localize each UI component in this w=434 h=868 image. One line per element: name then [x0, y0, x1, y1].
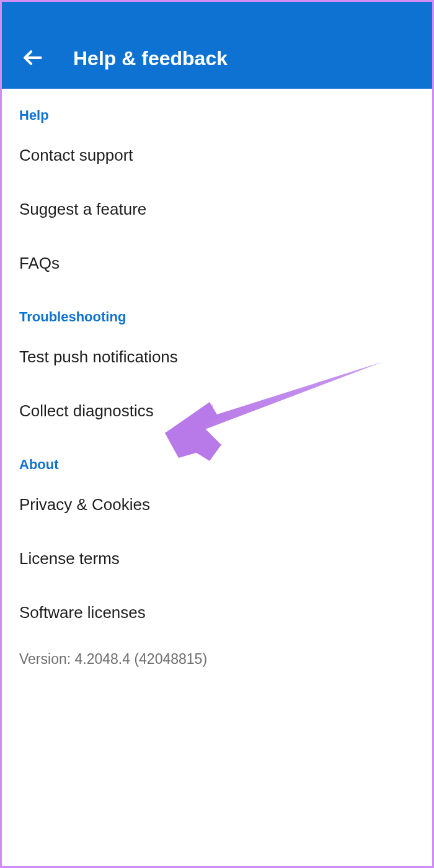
- item-faqs[interactable]: FAQs: [19, 236, 432, 290]
- back-arrow-icon[interactable]: [20, 45, 45, 70]
- section-header-troubleshooting: Troubleshooting: [19, 290, 432, 330]
- section-header-help: Help: [19, 89, 432, 128]
- item-contact-support[interactable]: Contact support: [19, 128, 432, 182]
- item-collect-diagnostics[interactable]: Collect diagnostics: [19, 384, 432, 438]
- item-test-push[interactable]: Test push notifications: [19, 330, 432, 384]
- section-header-about: About: [19, 438, 432, 478]
- app-header: Help & feedback: [2, 2, 432, 89]
- item-software-licenses[interactable]: Software licenses: [19, 586, 432, 640]
- content-area: Help Contact support Suggest a feature F…: [2, 89, 432, 679]
- version-text: Version: 4.2048.4 (42048815): [19, 640, 432, 679]
- item-privacy-cookies[interactable]: Privacy & Cookies: [19, 478, 432, 532]
- item-license-terms[interactable]: License terms: [19, 532, 432, 586]
- item-suggest-feature[interactable]: Suggest a feature: [19, 182, 432, 236]
- page-title: Help & feedback: [73, 47, 228, 70]
